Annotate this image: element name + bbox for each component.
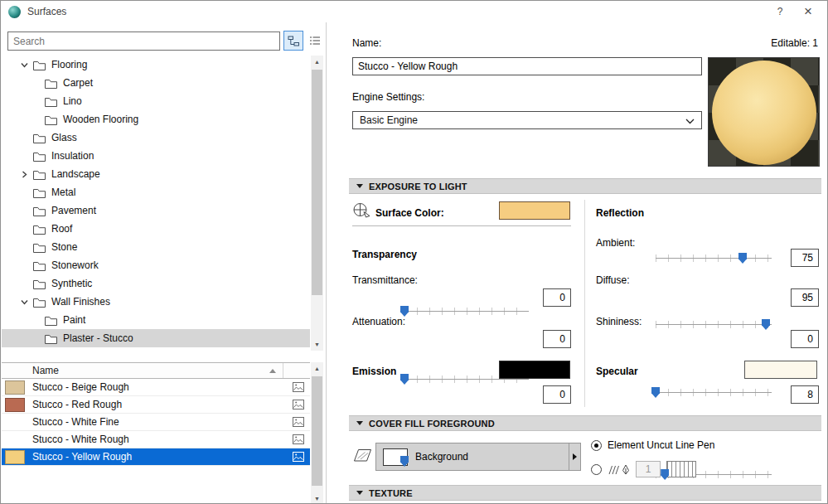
tree-item-stonework[interactable]: Stonework — [2, 256, 310, 274]
surface-color-swatch — [5, 450, 25, 464]
specular-value-input[interactable] — [791, 385, 819, 404]
panel-divider — [326, 22, 327, 503]
surface-preview[interactable] — [708, 57, 820, 167]
tree-item-glass[interactable]: Glass — [2, 128, 310, 147]
tree-item-stone[interactable]: Stone — [2, 238, 310, 256]
surface-color-swatch — [5, 433, 25, 447]
list-header[interactable]: Name — [2, 362, 310, 379]
element-uncut-line-pen-option[interactable]: Element Uncut Line Pen — [591, 439, 714, 451]
slider-thumb[interactable] — [400, 374, 409, 385]
transmittance-slider[interactable] — [404, 304, 529, 317]
section-cover-fill-foreground[interactable]: COVER FILL FOREGROUND — [349, 415, 821, 431]
tree-item-lino[interactable]: Lino — [2, 92, 310, 110]
chevron-down-icon[interactable] — [18, 61, 30, 70]
scrollbar-thumb[interactable] — [312, 70, 322, 295]
surface-item-stucco-beige-rough[interactable]: Stucco - Beige Rough — [2, 379, 310, 396]
section-exposure-to-light[interactable]: EXPOSURE TO LIGHT — [349, 178, 821, 194]
title-bar: Surfaces ? × — [1, 1, 827, 22]
element-uncut-label: Element Uncut Line Pen — [608, 439, 714, 451]
surface-name-input[interactable] — [352, 57, 702, 75]
diffuse-label: Diffuse: — [596, 274, 629, 286]
element-uncut-radio[interactable] — [591, 440, 602, 451]
submenu-arrow-zone[interactable] — [569, 443, 580, 470]
tree-item-carpet[interactable]: Carpet — [2, 74, 310, 92]
transmittance-value-input[interactable] — [543, 288, 571, 307]
surface-color-swatch — [5, 380, 25, 395]
tree-item-label: Lino — [63, 95, 82, 107]
diffuse-slider[interactable] — [656, 317, 772, 331]
shininess-value-input[interactable] — [791, 330, 819, 348]
render-preview-icon[interactable] — [293, 434, 304, 444]
folder-tree: FlooringCarpetLinoWooden FlooringGlassIn… — [2, 56, 310, 351]
surface-item-label: Stucco - Yellow Rough — [32, 451, 132, 463]
slider-thumb[interactable] — [661, 469, 669, 480]
surface-item-stucco-red-rough[interactable]: Stucco - Red Rough — [2, 396, 310, 414]
ambient-value-input[interactable] — [791, 249, 819, 267]
surface-item-stucco-yellow-rough[interactable]: Stucco - Yellow Rough — [2, 448, 310, 466]
chevron-right-icon[interactable] — [18, 170, 30, 179]
specular-color-swatch[interactable] — [744, 361, 817, 379]
column-divider — [283, 363, 283, 378]
diffuse-value-input[interactable] — [791, 288, 819, 307]
tree-item-plaster-stucco[interactable]: Plaster - Stucco — [2, 329, 310, 347]
folder-icon — [32, 60, 46, 70]
tree-item-wooden-flooring[interactable]: Wooden Flooring — [2, 110, 310, 128]
tree-item-label: Wall Finishes — [51, 296, 110, 308]
scroll-down-icon[interactable]: ▼ — [311, 492, 323, 504]
hatch-icon — [608, 465, 619, 475]
render-preview-icon[interactable] — [293, 400, 304, 410]
search-input[interactable] — [7, 32, 280, 51]
list-scrollbar[interactable]: ▲ ▼ — [311, 362, 323, 504]
custom-pen-radio[interactable] — [591, 464, 602, 475]
pen-number-input[interactable] — [636, 461, 661, 477]
folder-icon — [32, 133, 46, 143]
tree-item-wall-finishes[interactable]: Wall Finishes — [2, 293, 310, 311]
folder-icon — [44, 96, 58, 107]
reflection-title: Reflection — [596, 207, 644, 219]
slider-thumb[interactable] — [738, 253, 747, 264]
section-texture[interactable]: TEXTURE — [349, 485, 821, 501]
tree-item-flooring[interactable]: Flooring — [2, 56, 310, 74]
slider-thumb[interactable] — [651, 387, 660, 398]
scroll-up-icon[interactable]: ▲ — [311, 362, 323, 375]
attenuation-value-input[interactable] — [543, 330, 571, 348]
emission-color-swatch[interactable] — [499, 361, 570, 379]
folder-icon — [32, 297, 46, 308]
pen-pattern-swatch[interactable] — [666, 461, 696, 477]
engine-settings-dropdown[interactable]: Basic Engine — [352, 111, 702, 129]
tree-item-label: Flooring — [51, 59, 87, 70]
surface-item-stucco-white-rough[interactable]: Stucco - White Rough — [2, 431, 310, 448]
scroll-down-icon[interactable]: ▼ — [311, 338, 323, 351]
name-column-header[interactable]: Name — [32, 365, 59, 376]
tree-scrollbar[interactable]: ▲ ▼ — [311, 56, 323, 351]
tree-item-landscape[interactable]: Landscape — [2, 165, 310, 183]
tree-item-label: Glass — [51, 132, 77, 143]
tree-item-label: Carpet — [63, 77, 93, 89]
tree-item-metal[interactable]: Metal — [2, 183, 310, 201]
close-button[interactable]: × — [794, 2, 822, 22]
scroll-up-icon[interactable]: ▲ — [311, 56, 323, 68]
render-preview-icon[interactable] — [293, 417, 304, 427]
surface-color-swatch[interactable] — [499, 201, 570, 220]
help-button[interactable]: ? — [766, 2, 794, 22]
fill-pen-icons — [608, 464, 630, 475]
slider-thumb[interactable] — [762, 319, 770, 330]
emission-value-input[interactable] — [543, 385, 571, 404]
list-view-button[interactable] — [305, 31, 325, 51]
custom-pen-option[interactable] — [591, 461, 696, 477]
ambient-slider[interactable] — [656, 251, 772, 264]
shininess-slider[interactable] — [656, 385, 772, 399]
tree-item-label: Wooden Flooring — [63, 114, 138, 125]
tree-item-paint[interactable]: Paint — [2, 311, 310, 329]
tree-view-button[interactable] — [283, 31, 303, 51]
tree-item-pavement[interactable]: Pavement — [2, 201, 310, 220]
chevron-down-icon[interactable] — [18, 298, 30, 307]
tree-item-insulation[interactable]: Insulation — [2, 147, 310, 165]
render-preview-icon[interactable] — [293, 382, 304, 392]
tree-item-label: Metal — [51, 187, 75, 198]
tree-item-synthetic[interactable]: Synthetic — [2, 274, 310, 293]
surface-item-stucco-white-fine[interactable]: Stucco - White Fine — [2, 414, 310, 431]
render-preview-icon[interactable] — [293, 452, 304, 462]
scrollbar-thumb[interactable] — [312, 376, 322, 486]
tree-item-roof[interactable]: Roof — [2, 220, 310, 238]
